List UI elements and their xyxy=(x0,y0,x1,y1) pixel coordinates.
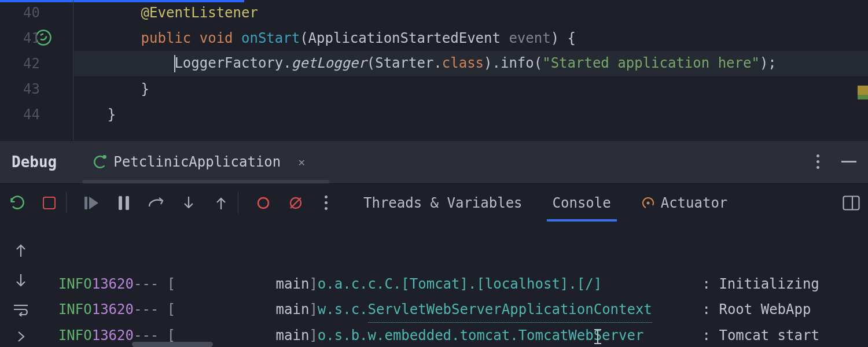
line-number[interactable]: 44 xyxy=(0,102,73,127)
tab-actuator[interactable]: Actuator xyxy=(640,184,729,222)
close-icon[interactable]: ✕ xyxy=(298,155,305,169)
code-line[interactable]: } xyxy=(74,102,868,127)
scroll-up-icon[interactable] xyxy=(13,242,28,259)
separator xyxy=(66,193,67,213)
code-line[interactable]: public void onStart(ApplicationStartedEv… xyxy=(74,25,868,51)
svg-point-2 xyxy=(103,155,107,159)
console-panel: INFO 13620 --- [ main] o.a.c.c.C.[Tomcat… xyxy=(0,223,868,347)
line-number[interactable]: 40 xyxy=(0,0,73,25)
line-number[interactable]: 43 xyxy=(0,76,73,102)
line-number[interactable]: 41 xyxy=(0,25,73,51)
debug-toolbar: Threads & Variables Console Actuator xyxy=(0,182,868,223)
debug-title: Debug xyxy=(12,153,57,171)
soft-wrap-icon[interactable] xyxy=(12,302,30,316)
view-breakpoints-button[interactable] xyxy=(255,194,272,212)
debug-run-tab[interactable]: PetclinicApplication ✕ xyxy=(89,141,308,183)
code-line[interactable]: } xyxy=(74,76,868,102)
console-left-toolbar xyxy=(0,223,42,347)
debug-run-tab-label: PetclinicApplication xyxy=(113,154,281,170)
minimize-icon[interactable] xyxy=(841,161,856,163)
chevron-right-icon[interactable] xyxy=(14,330,27,343)
svg-point-4 xyxy=(258,198,269,208)
ok-stripe[interactable] xyxy=(858,95,868,99)
step-over-button[interactable] xyxy=(148,194,165,212)
console-output[interactable]: INFO 13620 --- [ main] o.a.c.c.C.[Tomcat… xyxy=(42,223,868,347)
svg-point-8 xyxy=(646,201,649,204)
tab-console[interactable]: Console xyxy=(551,184,612,222)
line-number[interactable]: 42 xyxy=(0,51,73,76)
tab-threads[interactable]: Threads & Variables xyxy=(362,184,524,222)
scroll-down-icon[interactable] xyxy=(13,272,28,289)
layout-settings-icon[interactable] xyxy=(843,195,860,211)
log-line[interactable]: INFO 13620 --- [ main] o.a.c.c.C.[Tomcat… xyxy=(42,271,868,297)
options-icon[interactable] xyxy=(811,154,824,169)
rerun-icon xyxy=(93,154,108,169)
stop-button[interactable] xyxy=(41,194,58,212)
warning-stripe[interactable] xyxy=(858,86,868,95)
code-line[interactable]: @EventListener xyxy=(74,0,868,25)
horizontal-scrollbar[interactable] xyxy=(132,342,213,347)
editor-gutter[interactable]: 4041424344 xyxy=(0,0,73,141)
mute-breakpoints-button[interactable] xyxy=(287,194,304,212)
log-line[interactable]: INFO 13620 --- [ main] w.s.c.ServletWebS… xyxy=(42,297,868,323)
debug-content-tabs: Threads & Variables Console Actuator xyxy=(362,184,729,222)
debug-toolwindow-header: Debug PetclinicApplication ✕ xyxy=(0,141,868,182)
step-into-button[interactable] xyxy=(180,194,197,212)
actuator-icon xyxy=(641,196,655,210)
step-out-button[interactable] xyxy=(212,194,230,212)
code-line[interactable]: LoggerFactory.getLogger(Starter.class).i… xyxy=(74,51,868,76)
pause-button[interactable] xyxy=(115,194,133,212)
rerun-button[interactable] xyxy=(8,194,25,212)
svg-rect-9 xyxy=(844,196,859,209)
more-icon[interactable] xyxy=(319,195,332,210)
separator xyxy=(238,193,238,213)
code-editor[interactable]: 4041424344 @EventListener public void on… xyxy=(0,0,868,141)
resume-button[interactable] xyxy=(83,194,100,212)
